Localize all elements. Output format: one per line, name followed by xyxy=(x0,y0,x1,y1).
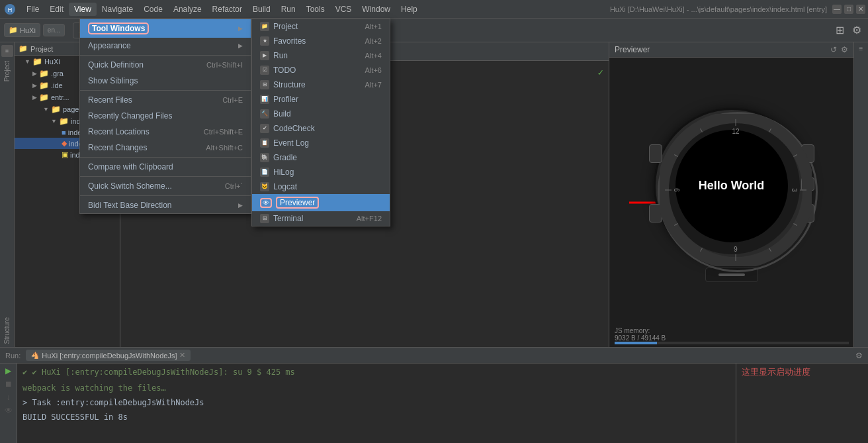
run-stop-icon[interactable]: ⏹ xyxy=(5,379,13,389)
terminal-sub-label: Terminal xyxy=(273,214,303,223)
gear-icon[interactable]: ⚙ xyxy=(849,23,864,38)
menu-build[interactable]: Build xyxy=(247,3,276,16)
run-sub-label: Run xyxy=(273,51,288,60)
menu-vcs[interactable]: VCS xyxy=(330,3,357,16)
menu-edit[interactable]: Edit xyxy=(44,3,69,16)
quick-definition-label: Quick Definition xyxy=(88,60,144,70)
run-tab-close[interactable]: ✕ xyxy=(179,351,185,360)
submenu-logcat[interactable]: 🐱 Logcat xyxy=(252,179,390,194)
dropdown-quick-switch[interactable]: Quick Switch Scheme... Ctrl+` xyxy=(80,178,251,194)
todo-shortcut: Alt+6 xyxy=(365,66,382,74)
pages-expand-icon: ▼ xyxy=(43,106,49,113)
compare-clipboard-label: Compare with Clipboard xyxy=(88,162,173,172)
submenu-hilog[interactable]: 📄 HiLog xyxy=(252,165,390,179)
menu-code[interactable]: Code xyxy=(138,3,168,16)
run-eye-icon[interactable]: 👁 xyxy=(5,406,13,415)
project-shortcut: Alt+1 xyxy=(365,23,382,30)
dropdown-tool-windows[interactable]: Tool Windows xyxy=(80,19,251,38)
submenu-structure[interactable]: ⊞ Structure Alt+7 xyxy=(252,77,390,92)
entry-expand-icon: ▶ xyxy=(32,94,37,101)
submenu-favorites[interactable]: ★ Favorites Alt+2 xyxy=(252,34,390,48)
svg-text:H: H xyxy=(8,7,13,13)
run-tab[interactable]: 🐴 HuXi [:entry:compileDebugJsWithNodeJs]… xyxy=(26,350,191,361)
run-scroll-icon[interactable]: ↓ xyxy=(7,393,11,402)
dropdown-recent-changes[interactable]: Recent Changes Alt+Shift+C xyxy=(80,140,251,156)
memory-bar-container xyxy=(615,342,849,344)
run-settings-btn[interactable]: ⚙ xyxy=(855,351,863,360)
run-line-2: > Task :entry:compileDebugJsWithNodeJs xyxy=(22,397,730,409)
right-strip-icon[interactable]: ≡ xyxy=(859,45,863,52)
project-panel-icon: 📁 xyxy=(19,44,28,53)
module-label: en... xyxy=(48,26,60,34)
submenu-project[interactable]: 📁 Project Alt+1 xyxy=(252,19,390,34)
run-tab-label: HuXi [:entry:compileDebugJsWithNodeJs] xyxy=(42,352,177,360)
menu-window[interactable]: Window xyxy=(357,3,396,16)
gradle-sub-label: Gradle xyxy=(273,153,297,162)
menu-run[interactable]: Run xyxy=(276,3,301,16)
menu-view[interactable]: View xyxy=(69,3,97,16)
gra-folder-icon: 📁 xyxy=(39,69,49,78)
ide-folder-icon: 📁 xyxy=(39,81,49,90)
recent-locations-label: Recent Locations xyxy=(88,127,150,136)
previewer-header: Previewer ↺ ⚙ xyxy=(609,42,853,58)
refresh-icon[interactable]: ↺ xyxy=(830,45,837,54)
submenu-todo[interactable]: ☑ TODO Alt+6 xyxy=(252,63,390,77)
menu-analyze[interactable]: Analyze xyxy=(168,3,207,16)
project-strip-label[interactable]: Project xyxy=(3,61,11,81)
dropdown-recently-changed[interactable]: Recently Changed Files xyxy=(80,108,251,124)
submenu-previewer[interactable]: 👁 Previewer xyxy=(252,194,390,211)
right-sidebar-strip: ≡ xyxy=(853,42,868,347)
submenu-eventlog[interactable]: 📋 Event Log xyxy=(252,136,390,150)
structure-strip-label[interactable]: Structure xyxy=(3,317,11,344)
submenu-build[interactable]: 🔨 Build xyxy=(252,107,390,121)
submenu-profiler[interactable]: 📊 Profiler xyxy=(252,92,390,107)
favorites-icon: ★ xyxy=(260,36,269,46)
project-selector[interactable]: 📁 HuXi xyxy=(4,23,40,37)
minimize-button[interactable]: — xyxy=(832,5,842,14)
svg-text:9: 9 xyxy=(673,187,681,191)
menu-refactor[interactable]: Refactor xyxy=(207,3,247,16)
dropdown-recent-files[interactable]: Recent Files Ctrl+E xyxy=(80,92,251,108)
submenu-terminal[interactable]: ⊞ Terminal Alt+F12 xyxy=(252,211,390,226)
favorites-shortcut: Alt+2 xyxy=(365,37,382,45)
terminal-icon: ⊞ xyxy=(260,214,269,223)
dropdown-show-siblings[interactable]: Show Siblings xyxy=(80,73,251,89)
recent-locations-shortcut: Ctrl+Shift+E xyxy=(204,128,243,136)
left-strip-icon-1[interactable]: ≡ xyxy=(1,45,13,57)
dropdown-bidi[interactable]: Bidi Text Base Direction xyxy=(80,197,251,213)
module-selector[interactable]: en... xyxy=(43,24,65,36)
dropdown-compare-clipboard[interactable]: Compare with Clipboard xyxy=(80,159,251,175)
menu-navigate[interactable]: Navigate xyxy=(97,3,138,16)
run-play-icon[interactable]: ▶ xyxy=(5,366,11,375)
logcat-sub-label: Logcat xyxy=(273,182,297,191)
pages-folder-icon: 📁 xyxy=(51,105,61,114)
huxi-folder-icon: 📁 xyxy=(32,57,42,66)
structure-shortcut: Alt+7 xyxy=(365,81,382,89)
recent-files-shortcut: Ctrl+E xyxy=(222,96,243,104)
validation-check-icon: ✓ xyxy=(598,66,603,78)
run-success-line: ✔ ✔ HuXi [:entry:compileDebugJsWithNodeJ… xyxy=(22,366,730,378)
js-memory-value: 9032 B / 49144 B xyxy=(615,334,666,342)
index-folder-icon: 📁 xyxy=(59,117,69,126)
settings-icon[interactable]: ⚙ xyxy=(841,45,848,54)
menu-help[interactable]: Help xyxy=(396,3,423,16)
previewer-sub-icon: 👁 xyxy=(260,198,272,208)
run-success-text: ✔ HuXi [:entry:compileDebugJsWithNodeJs]… xyxy=(32,368,294,377)
layout-button[interactable]: ⊞ xyxy=(833,23,847,38)
run-panel-header: Run: 🐴 HuXi [:entry:compileDebugJsWithNo… xyxy=(0,348,868,364)
submenu-gradle[interactable]: 🐘 Gradle xyxy=(252,150,390,165)
watch-bezel-svg: 12 3 6 9 xyxy=(660,114,812,266)
submenu-run[interactable]: ▶ Run Alt+4 xyxy=(252,48,390,63)
close-button[interactable]: ✕ xyxy=(856,5,865,14)
bidi-label: Bidi Text Base Direction xyxy=(88,201,172,210)
run-line-1: webpack is watching the files… xyxy=(22,382,730,394)
build-sub-label: Build xyxy=(273,109,291,119)
submenu-codecheck[interactable]: ✔ CodeCheck xyxy=(252,121,390,136)
menu-tools[interactable]: Tools xyxy=(301,3,330,16)
restore-button[interactable]: □ xyxy=(844,5,853,14)
dropdown-recent-locations[interactable]: Recent Locations Ctrl+Shift+E xyxy=(80,124,251,140)
dropdown-quick-definition[interactable]: Quick Definition Ctrl+Shift+I xyxy=(80,57,251,73)
success-check-icon: ✔ xyxy=(22,368,27,377)
dropdown-appearance[interactable]: Appearance xyxy=(80,38,251,54)
menu-file[interactable]: File xyxy=(21,3,44,16)
